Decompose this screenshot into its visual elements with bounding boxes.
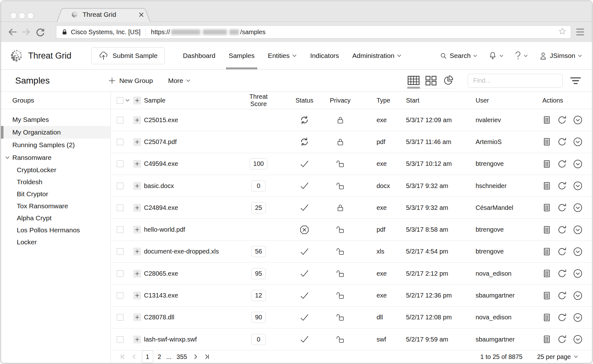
expand-row-icon[interactable] (573, 268, 583, 279)
rerun-icon[interactable] (557, 159, 567, 169)
sample-checkbox[interactable] (117, 314, 123, 321)
report-icon[interactable] (542, 115, 551, 125)
window-zoom-button[interactable] (27, 12, 34, 19)
expand-row-icon[interactable] (573, 247, 583, 257)
sample-name[interactable]: C28078.dll (144, 314, 240, 321)
expand-row-icon[interactable] (573, 225, 583, 235)
expand-sample-button[interactable] (133, 160, 141, 168)
expand-row-icon[interactable] (573, 115, 583, 125)
expand-row-icon[interactable] (573, 159, 583, 169)
column-header-privacy[interactable]: Privacy (330, 97, 351, 104)
report-icon[interactable] (542, 137, 551, 147)
sidebar-item-tox-ransomware[interactable]: Tox Ransomware (1, 200, 110, 212)
browser-tab[interactable]: Threat Grid (56, 7, 151, 22)
column-header-sample[interactable]: Sample (144, 97, 240, 104)
sample-checkbox[interactable] (117, 160, 123, 167)
select-all-checkbox[interactable] (117, 97, 123, 104)
expand-all-button[interactable] (133, 97, 141, 104)
sidebar-item-alpha-crypt[interactable]: Alpha Crypt (1, 212, 110, 224)
chevron-down-icon[interactable] (125, 99, 130, 102)
sidebar-item-los-pollos-hermanos[interactable]: Los Pollos Hermanos (1, 224, 110, 236)
sidebar-item-troldesh[interactable]: Troldesh (1, 176, 110, 188)
report-icon[interactable] (542, 181, 551, 191)
sidebar-item-bit-cryptor[interactable]: Bit Cryptor (1, 188, 110, 200)
rerun-icon[interactable] (557, 334, 567, 344)
column-header-type[interactable]: Type (377, 97, 406, 104)
sidebar-item-my-samples[interactable]: My Samples (1, 113, 110, 126)
help-menu[interactable] (515, 51, 528, 60)
sample-name[interactable]: basic.docx (144, 182, 240, 190)
column-header-start[interactable]: Start (406, 97, 476, 104)
nav-link-entities[interactable]: Entities (261, 42, 303, 69)
expand-sample-button[interactable] (133, 182, 141, 190)
reload-icon[interactable] (33, 27, 47, 37)
expand-sample-button[interactable] (133, 313, 141, 321)
window-minimize-button[interactable] (19, 12, 25, 19)
sample-checkbox[interactable] (117, 183, 123, 189)
chart-view-icon[interactable] (442, 75, 455, 85)
sample-name[interactable]: lash-swf-winxp.swf (144, 336, 240, 343)
rerun-icon[interactable] (557, 115, 567, 125)
expand-sample-button[interactable] (133, 116, 141, 124)
tab-close-icon[interactable] (139, 12, 144, 17)
sample-name[interactable]: C25015.exe (144, 116, 240, 124)
expand-row-icon[interactable] (573, 291, 583, 301)
sidebar-item-ransomware[interactable]: Ransomware (1, 151, 110, 164)
expand-row-icon[interactable] (573, 181, 583, 191)
tile-view-icon[interactable] (424, 75, 438, 85)
filter-icon[interactable] (570, 76, 582, 85)
rerun-icon[interactable] (557, 312, 567, 323)
rerun-icon[interactable] (557, 291, 567, 301)
page-number-1[interactable]: 1 (142, 350, 153, 363)
sample-checkbox[interactable] (117, 336, 123, 343)
expand-row-icon[interactable] (573, 137, 583, 147)
sample-name[interactable]: C49594.exe (144, 160, 240, 167)
sidebar-item-cryptolocker[interactable]: CryptoLocker (1, 164, 110, 176)
user-menu[interactable]: JSimson (539, 52, 582, 60)
sample-checkbox[interactable] (117, 117, 123, 123)
url-bar[interactable]: Cisco Systems, Inc. [US] https:// /sampl… (56, 25, 571, 39)
report-icon[interactable] (542, 159, 551, 169)
rerun-icon[interactable] (557, 247, 567, 257)
column-header-status[interactable]: Status (296, 97, 314, 104)
new-group-button[interactable]: New Group (108, 77, 153, 85)
sample-checkbox[interactable] (117, 226, 123, 233)
sample-name[interactable]: C24894.exe (144, 204, 240, 211)
column-header-threat-score[interactable]: Threat Score (240, 93, 277, 108)
expand-sample-button[interactable] (133, 336, 141, 343)
expand-sample-button[interactable] (133, 138, 141, 146)
expand-sample-button[interactable] (133, 270, 141, 278)
sample-name[interactable]: C25074.pdf (144, 138, 240, 146)
previous-page-icon[interactable] (130, 354, 137, 360)
sample-name[interactable]: C13143.exe (144, 292, 240, 299)
notifications-menu[interactable] (489, 51, 503, 60)
sample-checkbox[interactable] (117, 204, 123, 211)
report-icon[interactable] (542, 269, 551, 278)
sample-checkbox[interactable] (117, 248, 123, 255)
sidebar-item-locker[interactable]: Locker (1, 236, 110, 248)
sidebar-item-running-samples-2-[interactable]: Running Samples (2) (1, 139, 110, 151)
expand-sample-button[interactable] (133, 248, 141, 255)
nav-link-administration[interactable]: Administration (346, 42, 408, 69)
expand-sample-button[interactable] (133, 292, 141, 299)
expand-row-icon[interactable] (573, 334, 583, 344)
search-menu[interactable]: Search (440, 52, 478, 60)
bookmark-star-icon[interactable] (558, 27, 566, 37)
report-icon[interactable] (542, 335, 551, 344)
nav-link-dashboard[interactable]: Dashboard (176, 42, 222, 69)
expand-sample-button[interactable] (133, 226, 141, 234)
expand-row-icon[interactable] (573, 203, 583, 213)
rerun-icon[interactable] (557, 181, 567, 191)
sample-checkbox[interactable] (117, 292, 123, 299)
rerun-icon[interactable] (557, 268, 567, 279)
sidebar-item-my-organization[interactable]: My Organization (1, 126, 110, 139)
report-icon[interactable] (542, 247, 551, 256)
browser-menu-icon[interactable] (576, 28, 584, 35)
page-number-355[interactable]: 355 (177, 353, 187, 361)
sample-name[interactable]: C28065.exe (144, 270, 240, 277)
report-icon[interactable] (542, 203, 551, 212)
brand[interactable]: Threat Grid (10, 42, 72, 69)
column-header-actions[interactable]: Actions (542, 97, 592, 104)
expand-row-icon[interactable] (573, 312, 583, 323)
nav-link-indicators[interactable]: Indicators (303, 42, 346, 69)
